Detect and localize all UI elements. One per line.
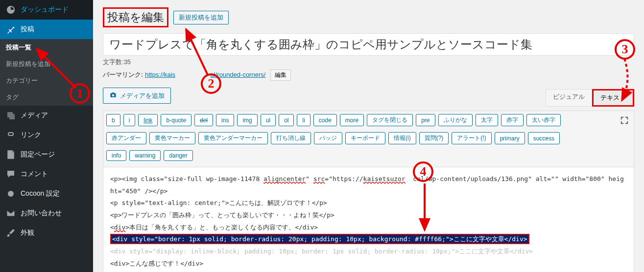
heading-row: 投稿を編集 新規投稿を追加 [103, 7, 634, 27]
posts-submenu: 投稿一覧 新規投稿を追加 カテゴリー タグ [0, 39, 93, 106]
add-media-button[interactable]: メディアを追加 [103, 88, 171, 104]
quicktag-赤字[interactable]: 赤字 [501, 114, 524, 126]
quicktag-ul[interactable]: ul [261, 114, 276, 126]
quicktag-タグを閉じる[interactable]: タグを閉じる [367, 114, 413, 126]
quicktag-黄色マーカー[interactable]: 黄色マーカー [149, 132, 195, 144]
sidebar-item-comments[interactable]: コメント [0, 164, 93, 184]
submenu-posts-cat[interactable]: カテゴリー [0, 72, 93, 89]
permalink-label: パーマリンク: [103, 71, 143, 78]
sidebar-label: リンク [21, 131, 41, 139]
quicktag-ふりがな[interactable]: ふりがな [438, 114, 473, 126]
code-editor[interactable]: <p><img class="size-full wp-image-11478 … [103, 167, 634, 272]
cocoon-icon [6, 189, 16, 199]
tab-text[interactable]: テキスト [592, 89, 634, 107]
sidebar-label: お問い合わせ [21, 209, 62, 218]
quicktag-b-quote[interactable]: b-quote [161, 114, 191, 126]
add-new-button[interactable]: 新規投稿を追加 [173, 11, 229, 24]
sidebar-label: メディア [21, 111, 48, 120]
link-icon [6, 130, 16, 140]
quicktag-pre[interactable]: pre [416, 114, 435, 126]
quicktag-キーボード[interactable]: キーボード [345, 132, 385, 144]
pin-icon [6, 24, 16, 34]
page-title: 投稿を編集 [103, 7, 168, 27]
camera-icon [109, 91, 117, 100]
sidebar-item-links[interactable]: リンク [0, 125, 93, 145]
submenu-posts-add[interactable]: 新規投稿を追加 [0, 56, 93, 72]
page-icon [6, 150, 16, 159]
quicktag-img[interactable]: img [237, 114, 257, 126]
quicktag-b[interactable]: b [106, 114, 120, 126]
quicktag-ol[interactable]: ol [279, 114, 294, 126]
sidebar-label: コメント [21, 170, 48, 179]
sidebar-label: 投稿 [21, 25, 34, 34]
permalink-link[interactable]: https://kaisxxxxxxxxxxxal/rounded-corner… [145, 71, 265, 78]
editor-main: 投稿を編集 新規投稿を追加 文字数:35 パーマリンク: https://kai… [93, 0, 644, 272]
sidebar-item-cocoon[interactable]: Cocoon 設定 [0, 184, 93, 204]
sidebar-item-posts[interactable]: 投稿 [0, 20, 93, 39]
quicktag-赤アンダー[interactable]: 赤アンダー [106, 132, 146, 144]
quicktag-del[interactable]: del [194, 114, 213, 126]
quicktag-more[interactable]: more [340, 114, 364, 126]
quicktag-アラート(!)[interactable]: アラート(!) [452, 132, 491, 144]
quicktag-code[interactable]: code [313, 114, 337, 126]
quicktag-バッジ[interactable]: バッジ [314, 132, 342, 144]
sidebar-label: 固定ページ [21, 150, 55, 159]
svg-point-0 [8, 191, 14, 197]
quicktag-danger[interactable]: danger [164, 150, 192, 161]
submenu-posts-tag[interactable]: タグ [0, 89, 93, 106]
quicktag-情報(i)[interactable]: 情報(i) [388, 132, 416, 144]
quicktag-太い赤字[interactable]: 太い赤字 [526, 114, 561, 126]
quicktag-打ち消し線[interactable]: 打ち消し線 [271, 132, 311, 144]
quicktag-太字[interactable]: 太字 [476, 114, 498, 126]
highlighted-code-line: <div style="border: 1px solid; border-ra… [110, 234, 529, 244]
permalink-row: パーマリンク: https://kaisxxxxxxxxxxxal/rounde… [103, 69, 634, 81]
quicktag-質問(?)[interactable]: 質問(?) [419, 132, 449, 144]
dashboard-icon [6, 5, 16, 15]
permalink-edit-button[interactable]: 編集 [270, 69, 291, 81]
quicktag-link[interactable]: link [138, 114, 158, 126]
comment-icon [6, 169, 16, 179]
sidebar-label: Cocoon 設定 [21, 189, 60, 198]
quicktag-primary[interactable]: primary [495, 132, 525, 144]
sidebar-item-media[interactable]: メディア [0, 106, 93, 125]
sidebar-item-pages[interactable]: 固定ページ [0, 145, 93, 164]
editor-tabs: ビジュアル テキスト [103, 89, 634, 107]
sidebar-label: 外観 [21, 228, 34, 237]
brush-icon [6, 228, 16, 238]
svg-point-1 [112, 94, 115, 96]
sidebar-item-contact[interactable]: お問い合わせ [0, 204, 93, 223]
post-title-input[interactable] [103, 33, 634, 56]
sidebar-label: ダッシュボード [21, 5, 69, 14]
submenu-posts-list[interactable]: 投稿一覧 [0, 39, 93, 56]
quicktags-toolbar: bilinkb-quotedelinsimgulollicodemoreタグを閉… [103, 111, 634, 167]
quicktag-success[interactable]: success [528, 132, 560, 144]
sidebar-item-appearance[interactable]: 外観 [0, 223, 93, 243]
quicktag-黄色アンダーマーカー[interactable]: 黄色アンダーマーカー [198, 132, 268, 144]
char-count: 文字数:35 [103, 58, 634, 67]
quicktag-li[interactable]: li [297, 114, 310, 126]
fullscreen-icon[interactable] [620, 116, 629, 125]
quicktag-ins[interactable]: ins [216, 114, 234, 126]
sidebar-item-dashboard[interactable]: ダッシュボード [0, 0, 93, 20]
admin-sidebar: ダッシュボード 投稿 投稿一覧 新規投稿を追加 カテゴリー タグ メディア リン… [0, 0, 93, 272]
mail-icon [6, 208, 16, 218]
media-icon [6, 111, 16, 120]
tab-visual[interactable]: ビジュアル [546, 89, 592, 107]
quicktag-warning[interactable]: warning [129, 150, 161, 161]
quicktag-i[interactable]: i [123, 114, 136, 126]
quicktag-info[interactable]: info [106, 150, 126, 161]
